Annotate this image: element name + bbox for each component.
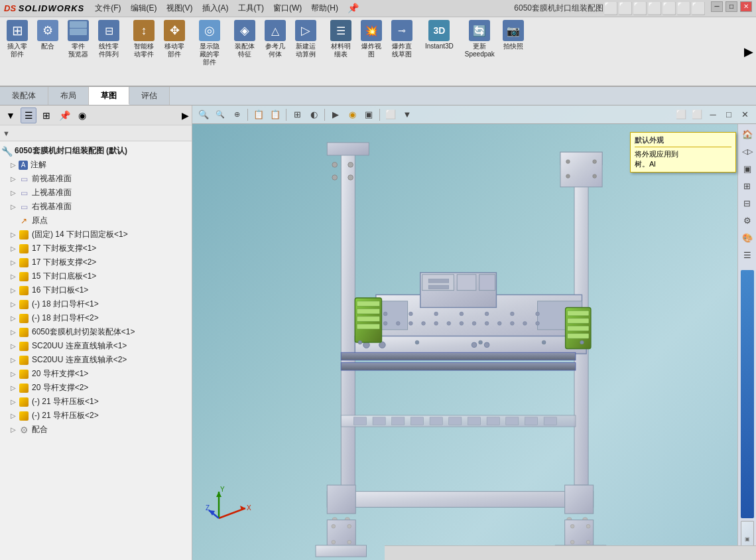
tree-root[interactable]: 🔧 6050套膜机封口组装配图 (默认) [0, 144, 192, 158]
3d-drawing-area[interactable]: X Y Z [192, 124, 756, 560]
tree-item-part-fixed[interactable]: ▷ (固定) 14 下封口固定板<1> [0, 228, 192, 242]
ribbon-mate[interactable]: ⚙ 配合 [33, 19, 62, 52]
tree-item-support-2[interactable]: ▷ 20 导杆支撑<2> [0, 381, 192, 395]
vp-min-btn[interactable]: ⬜ [674, 107, 688, 122]
vp-color-btn[interactable]: ◉ [345, 107, 359, 122]
ribbon-ref-geometry[interactable]: △ 参考几何体 [261, 19, 290, 60]
vp-restore-btn[interactable]: ─ [706, 107, 720, 122]
panel-tree-btn[interactable]: ⊞ [38, 107, 54, 123]
ribbon-move-part[interactable]: ✥ 移动零部件 [160, 19, 189, 60]
panel-list-btn[interactable]: ☰ [21, 107, 36, 123]
vp-display-btn[interactable]: ⬜ [383, 107, 398, 122]
tree-item-front-plane[interactable]: ▷ ▭ 前视基准面 [0, 172, 192, 186]
tree-root-label: 6050套膜机封口组装配图 (默认) [15, 145, 127, 157]
menu-edit[interactable]: 编辑(E) [127, 1, 161, 15]
ribbon-show-hidden[interactable]: ◎ 显示隐藏的零部件 [195, 19, 224, 68]
vp-scene-btn[interactable]: ▶ [328, 107, 343, 122]
svg-rect-68 [428, 279, 449, 283]
panel-pin-btn[interactable]: 📌 [56, 107, 72, 123]
ribbon-new-motion[interactable]: ▷ 新建运动算例 [291, 19, 320, 60]
tree-item-top-plane[interactable]: ▷ ▭ 上视基准面 [0, 186, 192, 200]
tree-item-part-17-1[interactable]: ▷ 17 下封板支撑<1> [0, 242, 192, 255]
tree-item-part-15[interactable]: ▷ 15 下封口底板<1> [0, 269, 192, 283]
tree-item-part-18-2[interactable]: ▷ (-) 18 封口导杆<2> [0, 311, 192, 325]
tab-assembly[interactable]: 装配体 [0, 87, 48, 105]
panel-filter-btn[interactable]: ▼ [3, 107, 19, 123]
rs-gear-btn[interactable]: ⚙ [740, 213, 755, 228]
ribbon-expand[interactable]: ▶ [744, 44, 753, 59]
rs-subtract-btn[interactable]: ⊟ [740, 196, 755, 210]
rs-home-btn[interactable]: 🏠 [740, 127, 755, 141]
maximize-button[interactable]: □ [725, 1, 737, 12]
close-button[interactable]: ✕ [740, 1, 752, 12]
rs-view-btn[interactable]: ▣ [740, 161, 755, 176]
ribbon-explode-line[interactable]: ⊸ 爆炸直线草图 [387, 19, 416, 60]
vp-copy1-btn[interactable]: 📋 [251, 107, 266, 122]
viewport[interactable]: 🔍 🔍 ⊕ 📋 📋 ⊞ ◐ ▶ ◉ ▣ ⬜ ▼ ⬜ ⬜ ─ □ ✕ [192, 105, 756, 560]
panel-expand-arrow[interactable]: ▶ [182, 110, 189, 121]
ribbon-preview[interactable]: 零件预览器 [64, 19, 93, 60]
top-plane-icon: ▭ [19, 188, 29, 198]
panel-circle-btn[interactable]: ◉ [74, 107, 90, 123]
ribbon-assembly-feature[interactable]: ◈ 装配体特征 [230, 19, 259, 60]
tree-item-origin[interactable]: ↗ 原点 [0, 214, 192, 228]
menu-help[interactable]: 帮助(H) [307, 1, 342, 15]
tree-item-part-18-1[interactable]: ▷ (-) 18 封口导杆<1> [0, 297, 192, 311]
tab-sketch[interactable]: 草图 [89, 87, 129, 105]
ribbon-insert-part[interactable]: ⊞ 插入零部件 [3, 19, 32, 60]
feature-tree-panel: ▼ ☰ ⊞ 📌 ◉ ▶ ▼ 🔧 6050套膜机封口组装配图 (默认) ▷ A 注… [0, 105, 192, 560]
menu-view[interactable]: 视图(V) [162, 1, 197, 15]
ribbon-snapshot[interactable]: 📷 拍快照 [499, 19, 528, 52]
pin-icon[interactable]: 📌 [344, 1, 363, 15]
tree-item-pressplate-1[interactable]: ▷ (-) 21 导杆压板<1> [0, 395, 192, 409]
annotation-label: 注解 [31, 159, 46, 171]
tree-item-mate[interactable]: ▷ ⚙ 配合 [0, 423, 192, 437]
tab-layout[interactable]: 布局 [48, 87, 89, 105]
tree-item-sc20uu-2[interactable]: ▷ SC20UU 连座直线轴承<2> [0, 353, 192, 367]
tree-item-support-1[interactable]: ▷ 20 导杆支撑<1> [0, 367, 192, 381]
tree-item-part-17-2[interactable]: ▷ 17 下封板支撑<2> [0, 255, 192, 269]
vp-render-btn[interactable]: ▣ [361, 107, 376, 122]
part-15-icon [19, 271, 29, 282]
tree-item-subassembly[interactable]: ▷ 6050套膜机封切架装配体<1> [0, 325, 192, 339]
vp-search-btn[interactable]: 🔍 [196, 107, 211, 122]
menu-insert[interactable]: 插入(A) [198, 1, 233, 15]
svg-rect-62 [568, 326, 590, 331]
ribbon-smart-move[interactable]: ↕ 智能移动零件 [129, 19, 158, 60]
menu-tools[interactable]: 工具(T) [234, 1, 268, 15]
sep3 [324, 109, 325, 121]
vp-x-btn[interactable]: ✕ [737, 107, 752, 122]
vp-max-btn[interactable]: ⬜ [690, 107, 704, 122]
ribbon-explode[interactable]: 💥 爆炸视图 [357, 19, 386, 60]
menu-window[interactable]: 窗口(W) [269, 1, 306, 15]
part-17-2-label: 17 下封板支撑<2> [32, 257, 96, 268]
vp-zoom-btn[interactable]: 🔍 [213, 107, 227, 122]
rs-palette-btn[interactable]: 🎨 [740, 230, 755, 245]
vp-copy2-btn[interactable]: 📋 [268, 107, 283, 122]
tree-item-annotation[interactable]: ▷ A 注解 [0, 158, 192, 172]
tree-item-pressplate-2[interactable]: ▷ (-) 21 导杆压板<2> [0, 409, 192, 423]
part-17-1-icon [19, 244, 29, 254]
vp-fit-btn[interactable]: ⊕ [229, 107, 244, 122]
vp-arrow-btn[interactable]: ▼ [400, 107, 414, 122]
vp-view1-btn[interactable]: ⊞ [290, 107, 304, 122]
rs-nav-btn[interactable]: ◁▷ [740, 144, 755, 159]
tree-item-right-plane[interactable]: ▷ ▭ 右视基准面 [0, 200, 192, 214]
svg-rect-57 [357, 316, 379, 321]
tree-item-part-16[interactable]: ▷ 16 下封口板<1> [0, 283, 192, 297]
ribbon-update-speedpak[interactable]: 🔄 更新Speedpak [462, 19, 497, 60]
rs-grid-btn[interactable]: ⊞ [740, 178, 755, 193]
ribbon-bom[interactable]: ☰ 材料明细表 [326, 19, 355, 60]
part-17-1-label: 17 下封板支撑<1> [32, 243, 96, 254]
ribbon-linear-array[interactable]: ⊟ 线性零件阵列 [94, 19, 123, 60]
vp-light-btn[interactable]: ◐ [306, 107, 321, 122]
tree-item-sc20uu-1[interactable]: ▷ SC20UU 连座直线轴承<1> [0, 339, 192, 353]
menu-file[interactable]: 文件(F) [91, 1, 125, 15]
tab-evaluate[interactable]: 评估 [129, 87, 170, 105]
rs-list-btn[interactable]: ☰ [740, 247, 755, 262]
part-18-1-label: (-) 18 封口导杆<1> [32, 299, 99, 310]
svg-point-21 [332, 524, 336, 528]
vp-close-btn[interactable]: □ [722, 107, 736, 122]
minimize-button[interactable]: ─ [711, 1, 723, 12]
ribbon-instant3d[interactable]: 3D Instant3D [422, 19, 456, 52]
